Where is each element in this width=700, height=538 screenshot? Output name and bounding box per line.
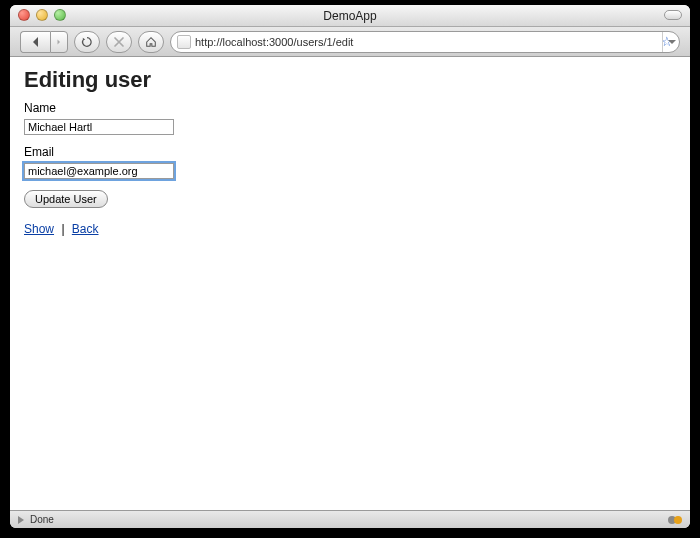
name-label: Name [24,101,676,115]
nav-backforward [20,31,68,53]
email-field: Email [24,145,676,179]
status-wedge-icon [18,516,24,524]
page-content: Editing user Name Email Update User Show… [10,57,690,510]
stop-button[interactable] [106,31,132,53]
address-bar[interactable]: ☆ [170,31,680,53]
email-input[interactable] [24,163,174,179]
link-separator: | [61,222,64,236]
status-bar: Done [10,510,690,528]
forward-button[interactable] [50,31,68,53]
window-title: DemoApp [10,9,690,23]
firebug-icon[interactable] [668,513,682,527]
page-title: Editing user [24,67,676,93]
home-button[interactable] [138,31,164,53]
browser-window: DemoApp [10,5,690,528]
svg-point-1 [674,516,682,524]
close-icon[interactable] [18,9,30,21]
show-link[interactable]: Show [24,222,54,236]
zoom-icon[interactable] [54,9,66,21]
minimize-icon[interactable] [36,9,48,21]
reload-button[interactable] [74,31,100,53]
back-link[interactable]: Back [72,222,99,236]
page-links: Show | Back [24,222,676,236]
back-button[interactable] [20,31,50,53]
toolbar-toggle-icon[interactable] [664,10,682,20]
update-user-button[interactable]: Update User [24,190,108,208]
history-dropdown-icon[interactable] [662,32,680,52]
traffic-lights [18,9,66,21]
submit-row: Update User [24,189,676,208]
name-input[interactable] [24,119,174,135]
email-label: Email [24,145,676,159]
name-field: Name [24,101,676,135]
toolbar: ☆ [10,27,690,57]
url-input[interactable] [195,36,671,48]
page-icon [177,35,191,49]
titlebar: DemoApp [10,5,690,27]
status-text: Done [30,514,54,525]
